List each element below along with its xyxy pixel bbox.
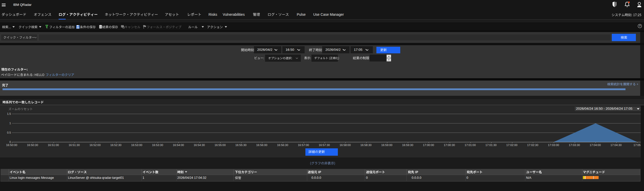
svg-text:?: ? (639, 24, 640, 27)
